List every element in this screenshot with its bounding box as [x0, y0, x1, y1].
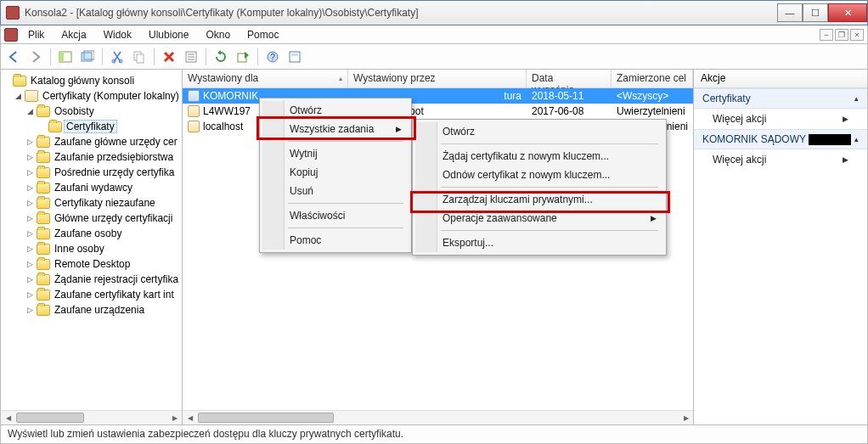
tree-root[interactable]: Katalog główny konsoli: [1, 73, 182, 88]
tree-item[interactable]: ▷Żądanie rejestracji certyfika: [1, 272, 182, 287]
options-button[interactable]: [285, 48, 304, 66]
expand-icon[interactable]: ▷: [25, 213, 35, 223]
tree-item[interactable]: ▷Zaufane osoby: [1, 226, 182, 241]
list-hscrollbar[interactable]: ◀ ▶: [183, 410, 693, 424]
tree-item-label: Pośrednie urzędy certyfika: [52, 166, 177, 178]
context-menu-item[interactable]: Eksportuj...: [415, 233, 663, 252]
minimize-button[interactable]: —: [777, 3, 803, 22]
maximize-button[interactable]: ☐: [803, 3, 828, 22]
expand-icon[interactable]: ▷: [25, 228, 35, 239]
forward-button[interactable]: [26, 48, 45, 66]
context-menu-item[interactable]: Otwórz: [262, 101, 409, 120]
menu-help[interactable]: Pomoc: [240, 27, 285, 42]
mdi-minimize-button[interactable]: –: [820, 29, 833, 41]
tree-item[interactable]: ▷Zaufanie przedsiębiorstwa: [1, 149, 182, 165]
svg-text:?: ?: [270, 53, 275, 62]
expand-icon[interactable]: ▷: [25, 274, 35, 284]
new-window-button[interactable]: [78, 48, 97, 66]
context-menu-item[interactable]: Zarządzaj kluczami prywatnymi...: [415, 190, 663, 209]
expand-icon[interactable]: ▷: [25, 305, 35, 315]
cut-button[interactable]: [108, 48, 127, 66]
expand-icon[interactable]: ▷: [25, 259, 35, 269]
tree-item[interactable]: Certyfikaty: [1, 119, 182, 134]
tree-item[interactable]: ▷Zaufani wydawcy: [1, 180, 182, 195]
help-button[interactable]: ?: [263, 48, 282, 66]
tree-item[interactable]: ▷Remote Desktop: [1, 256, 182, 272]
context-menu-item[interactable]: Pomoc: [262, 231, 409, 250]
tree-hscrollbar[interactable]: ◀ ▶: [1, 410, 182, 424]
properties-button[interactable]: [182, 48, 200, 66]
submenu-arrow-icon: ▶: [396, 125, 402, 133]
folder-icon: [37, 289, 50, 301]
mdi-close-button[interactable]: ×: [850, 29, 864, 41]
actions-section-head[interactable]: Certyfikaty▴: [694, 88, 867, 109]
expand-icon[interactable]: [1, 76, 11, 86]
tree-item[interactable]: ▷Zaufane główne urzędy cer: [1, 134, 182, 149]
cell-date: 2017-06-08: [527, 105, 612, 117]
show-hide-tree-button[interactable]: [56, 48, 75, 66]
tree-item[interactable]: ▷Główne urzędy certyfikacji: [1, 211, 182, 226]
context-menu-item[interactable]: Odnów certyfikat z nowym kluczem...: [415, 166, 663, 184]
tree-item[interactable]: ▷Pośrednie urzędy certyfika: [1, 165, 182, 180]
status-bar: Wyświetl lub zmień ustawienia zabezpiecz…: [0, 425, 868, 444]
cell-date: 2018-05-11: [527, 90, 612, 102]
scroll-left-icon[interactable]: ◀: [1, 411, 15, 425]
context-menu-item[interactable]: Operacje zaawansowane▶: [415, 209, 663, 228]
context-menu-item[interactable]: Wszystkie zadania▶: [262, 120, 409, 138]
close-button[interactable]: ✕: [828, 3, 867, 22]
copy-button[interactable]: [130, 48, 149, 66]
menu-fav[interactable]: Ulubione: [142, 27, 195, 42]
context-menu-item[interactable]: Wytnij: [262, 144, 409, 163]
col-purpose[interactable]: Zamierzone cel: [612, 70, 693, 87]
scroll-thumb[interactable]: [16, 413, 84, 423]
tree-item[interactable]: ▷Certyfikaty niezaufane: [1, 195, 182, 211]
menu-file[interactable]: Plik: [21, 27, 51, 42]
delete-button[interactable]: [160, 48, 178, 66]
scroll-left-icon[interactable]: ◀: [183, 411, 197, 425]
expand-icon[interactable]: ◢: [25, 106, 35, 116]
expand-icon[interactable]: ▷: [25, 244, 35, 254]
submenu-arrow-icon: ▶: [651, 214, 657, 222]
tree-item[interactable]: ▷Zaufane urządzenia: [1, 302, 182, 318]
menu-window[interactable]: Okno: [199, 27, 237, 42]
scroll-thumb[interactable]: [198, 413, 334, 423]
context-menu-item[interactable]: Żądaj certyfikatu z nowym kluczem...: [415, 147, 663, 166]
expand-icon[interactable]: ▷: [25, 183, 35, 193]
col-expires[interactable]: Data wygaśnie...: [527, 70, 612, 87]
expand-icon[interactable]: [37, 121, 47, 132]
collapse-icon: ▴: [854, 135, 859, 143]
actions-section-head[interactable]: KOMORNIK SĄDOWY ▴: [694, 129, 867, 149]
actions-item-label: Więcej akcji: [713, 154, 766, 166]
actions-item[interactable]: Więcej akcji▶: [694, 109, 867, 129]
back-button[interactable]: [4, 48, 23, 66]
context-menu-item[interactable]: Usuń: [262, 182, 409, 200]
expand-icon[interactable]: ▷: [25, 167, 35, 177]
expand-icon[interactable]: ▷: [25, 152, 35, 162]
menu-view[interactable]: Widok: [97, 27, 138, 42]
actions-section-label: KOMORNIK SĄDOWY: [702, 133, 851, 145]
folder-icon: [48, 121, 62, 132]
col-issued-by[interactable]: Wystawiony przez: [348, 70, 527, 87]
expand-icon[interactable]: ▷: [25, 289, 35, 300]
expand-icon[interactable]: ▷: [25, 198, 35, 208]
actions-section-label: Certyfikaty: [702, 93, 751, 104]
collapse-icon[interactable]: ◢: [13, 91, 23, 101]
context-menu-item[interactable]: Właściwości: [262, 206, 409, 225]
col-issued-for[interactable]: Wystawiony dla▴: [183, 70, 348, 87]
refresh-button[interactable]: [211, 48, 230, 66]
tree-certs-root[interactable]: ◢ Certyfikaty (Komputer lokalny): [1, 88, 182, 104]
console-tree[interactable]: Katalog główny konsoli ◢ Certyfikaty (Ko…: [1, 70, 182, 410]
folder-icon: [37, 213, 50, 224]
tree-item[interactable]: ◢Osobisty: [1, 104, 182, 119]
mdi-restore-button[interactable]: ❐: [835, 29, 848, 41]
scroll-right-icon[interactable]: ▶: [679, 411, 693, 425]
actions-item[interactable]: Więcej akcji▶: [694, 149, 867, 170]
scroll-right-icon[interactable]: ▶: [167, 411, 182, 425]
tree-item[interactable]: ▷Inne osoby: [1, 241, 182, 256]
tree-item[interactable]: ▷Zaufane certyfikaty kart int: [1, 287, 182, 302]
context-menu-item[interactable]: Kopiuj: [262, 163, 409, 182]
expand-icon[interactable]: ▷: [25, 137, 35, 147]
context-menu-item[interactable]: Otwórz: [415, 122, 663, 141]
export-list-button[interactable]: [234, 48, 252, 66]
menu-action[interactable]: Akcja: [54, 27, 93, 42]
